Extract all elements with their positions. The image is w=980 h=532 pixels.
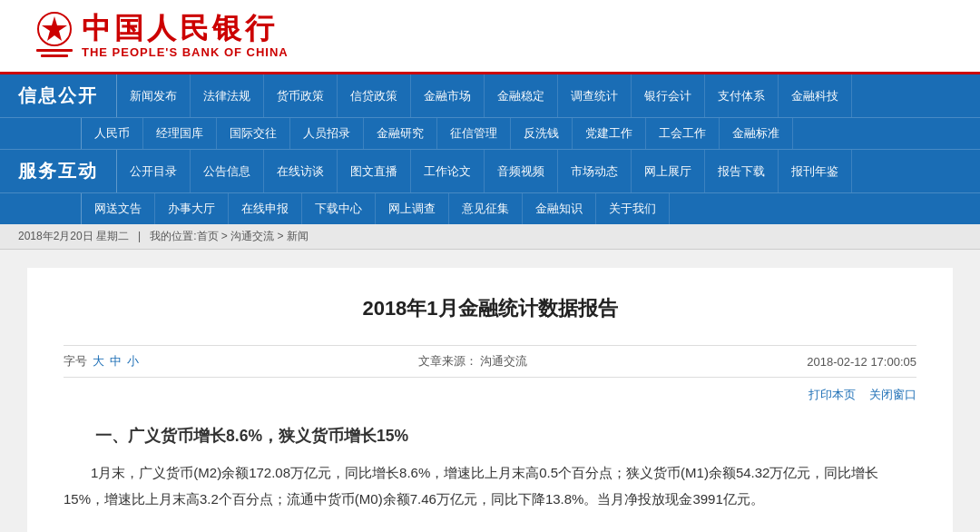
nav-item-market-dyn[interactable]: 市场动态	[558, 150, 632, 192]
article-date: 2018-02-12 17:00:05	[807, 355, 916, 369]
nav-row2-items: 人民币 经理国库 国际交往 人员招录 金融研究 征信管理 反洗钱 党建工作 工会…	[82, 118, 980, 149]
section1-heading: 一、广义货币增长8.6%，狭义货币增长15%	[64, 421, 916, 451]
nav-item-finstandard[interactable]: 金融标准	[720, 118, 793, 149]
nav-row-4: 网送文告 办事大厅 在线申报 下载中心 网上调查 意见征集 金融知识 关于我们	[0, 192, 980, 224]
source-value: 沟通交流	[480, 354, 527, 368]
nav-item-banking[interactable]: 银行会计	[632, 74, 705, 117]
nav-item-workpaper[interactable]: 工作论文	[411, 150, 485, 192]
svg-marker-1	[42, 16, 67, 41]
article-title: 2018年1月金融统计数据报告	[64, 295, 916, 322]
nav-item-stability[interactable]: 金融稳定	[485, 74, 558, 117]
nav-item-feedback[interactable]: 意见征集	[449, 193, 523, 224]
nav-item-rmb[interactable]: 人民币	[82, 118, 143, 149]
nav-item-recruit[interactable]: 人员招录	[290, 118, 364, 149]
svg-rect-3	[41, 54, 68, 57]
page-header: 中国人民银行 THE PEOPLE'S BANK OF CHINA	[0, 0, 980, 74]
nav-item-aboutus[interactable]: 关于我们	[596, 193, 670, 224]
nav-item-finknowledge[interactable]: 金融知识	[523, 193, 596, 224]
font-label: 字号	[64, 353, 87, 369]
nav-item-intl[interactable]: 国际交往	[217, 118, 290, 149]
nav-item-credit[interactable]: 信贷政策	[338, 74, 411, 117]
nav-item-download[interactable]: 下载中心	[302, 193, 376, 224]
nav-item-reports[interactable]: 报告下载	[705, 150, 779, 192]
nav-item-finresearch[interactable]: 金融研究	[364, 118, 437, 149]
logo-chinese: 中国人民银行	[82, 13, 278, 44]
nav-label-empty	[0, 118, 82, 149]
font-size-control: 字号 大 中 小	[64, 353, 139, 369]
main-navigation: 信息公开 新闻发布 法律法规 货币政策 信贷政策 金融市场 金融稳定 调查统计 …	[0, 74, 980, 224]
font-large-btn[interactable]: 大	[93, 353, 104, 369]
nav-item-periodical[interactable]: 报刊年鉴	[779, 150, 852, 192]
nav-label-service: 服务互动	[0, 150, 117, 192]
nav-item-party[interactable]: 党建工作	[573, 118, 646, 149]
nav-row-1: 信息公开 新闻发布 法律法规 货币政策 信贷政策 金融市场 金融稳定 调查统计 …	[0, 74, 980, 117]
nav-item-treasury[interactable]: 经理国库	[143, 118, 217, 149]
nav-item-law[interactable]: 法律法规	[191, 74, 264, 117]
nav-item-onlinesurvey[interactable]: 网上调查	[376, 193, 449, 224]
source-label: 文章来源：	[418, 354, 477, 368]
pboc-logo-icon	[27, 11, 82, 61]
nav-item-union[interactable]: 工会工作	[646, 118, 720, 149]
logo-english: THE PEOPLE'S BANK OF CHINA	[82, 45, 289, 59]
nav-label-info: 信息公开	[0, 74, 117, 117]
nav-item-monetary[interactable]: 货币政策	[264, 74, 338, 117]
logo-text: 中国人民银行 THE PEOPLE'S BANK OF CHINA	[82, 13, 289, 58]
nav-item-survey[interactable]: 调查统计	[558, 74, 632, 117]
nav-item-media[interactable]: 音频视频	[485, 150, 558, 192]
nav-item-credit-mgmt[interactable]: 征信管理	[437, 118, 511, 149]
nav-row1-items: 新闻发布 法律法规 货币政策 信贷政策 金融市场 金融稳定 调查统计 银行会计 …	[117, 74, 980, 117]
article-source: 文章来源： 沟通交流	[418, 353, 528, 369]
font-medium-btn[interactable]: 中	[110, 353, 122, 369]
nav-item-onlinesubmit[interactable]: 在线申报	[229, 193, 302, 224]
breadcrumb-path: 我的位置:首页 > 沟通交流 > 新闻	[150, 230, 309, 242]
nav-row3-items: 公开目录 公告信息 在线访谈 图文直播 工作论文 音频视频 市场动态 网上展厅 …	[117, 150, 980, 192]
print-button[interactable]: 打印本页	[808, 387, 856, 403]
nav-item-fintech[interactable]: 金融科技	[779, 74, 852, 117]
nav-item-finmarket[interactable]: 金融市场	[411, 74, 485, 117]
nav-item-servicehall[interactable]: 办事大厅	[155, 193, 229, 224]
nav-item-notice[interactable]: 公告信息	[191, 150, 264, 192]
nav-item-opendir[interactable]: 公开目录	[117, 150, 191, 192]
nav-item-aml[interactable]: 反洗钱	[511, 118, 573, 149]
main-content: 2018年1月金融统计数据报告 字号 大 中 小 文章来源： 沟通交流 2018…	[27, 268, 953, 532]
nav-item-interview[interactable]: 在线访谈	[264, 150, 338, 192]
breadcrumb-bar: 2018年2月20日 星期二 | 我的位置:首页 > 沟通交流 > 新闻	[0, 224, 980, 250]
nav-row-2: 人民币 经理国库 国际交往 人员招录 金融研究 征信管理 反洗钱 党建工作 工会…	[0, 117, 980, 149]
article-para1: 1月末，广义货币(M2)余额172.08万亿元，同比增长8.6%，增速比上月末高…	[64, 460, 916, 512]
svg-rect-2	[36, 49, 73, 52]
close-button[interactable]: 关闭窗口	[869, 387, 916, 403]
nav-row4-items: 网送文告 办事大厅 在线申报 下载中心 网上调查 意见征集 金融知识 关于我们	[82, 193, 980, 224]
nav-label-empty2	[0, 193, 82, 224]
nav-item-netdoc[interactable]: 网送文告	[82, 193, 155, 224]
nav-item-payment[interactable]: 支付体系	[705, 74, 779, 117]
article-actions: 打印本页 关闭窗口	[64, 387, 916, 403]
article-body: 一、广义货币增长8.6%，狭义货币增长15% 1月末，广义货币(M2)余额172…	[64, 421, 916, 512]
nav-row-3: 服务互动 公开目录 公告信息 在线访谈 图文直播 工作论文 音频视频 市场动态 …	[0, 149, 980, 192]
breadcrumb-date: 2018年2月20日 星期二	[18, 230, 129, 242]
article-meta: 字号 大 中 小 文章来源： 沟通交流 2018-02-12 17:00:05	[64, 345, 916, 378]
nav-item-news[interactable]: 新闻发布	[117, 74, 191, 117]
nav-item-onlinehall[interactable]: 网上展厅	[632, 150, 705, 192]
nav-item-picturecast[interactable]: 图文直播	[338, 150, 411, 192]
font-small-btn[interactable]: 小	[127, 353, 139, 369]
